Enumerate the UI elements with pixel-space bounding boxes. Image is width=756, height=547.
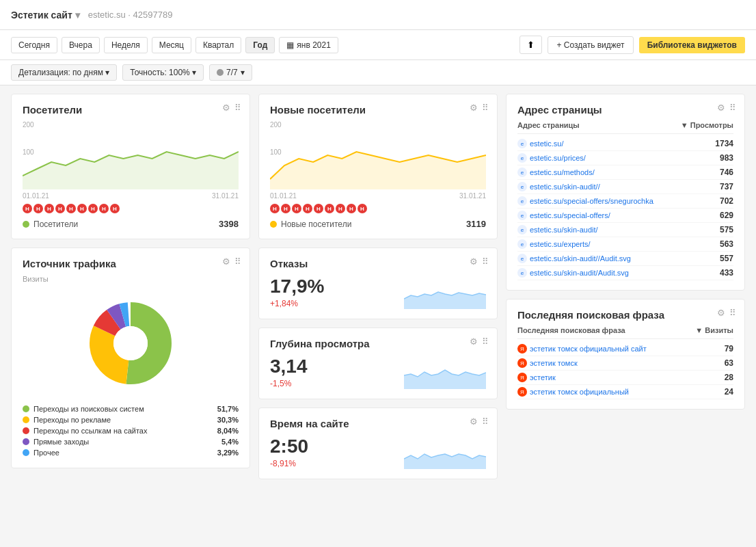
gear-icon[interactable]: ⚙ [222,256,230,267]
period-year[interactable]: Год [245,37,275,53]
site-name-label: Эстетик сайт [11,10,72,21]
donut-chart [76,289,185,398]
bounce-actions[interactable]: ⚙ ⠿ [470,256,489,267]
grid-icon[interactable]: ⠿ [482,336,489,347]
date-picker-button[interactable]: ▦ янв 2021 [279,37,338,53]
address-url-6[interactable]: e estetic.su/skin-audit/ [517,225,598,235]
time-value: 2:50 [270,436,308,457]
grid-icon[interactable]: ⠿ [482,416,489,427]
search-row-1: Я эстетик томск 63 [517,356,733,371]
visitors-markers: Н Н Н Н Н Н Н Н Н [23,204,239,213]
period-today[interactable]: Сегодня [11,37,57,53]
nv-legend-dot [270,221,277,228]
gear-icon[interactable]: ⚙ [717,308,725,318]
counter-select[interactable]: 7/7 ▾ [209,64,252,81]
visitors-legend: Посетители 3398 [23,219,239,229]
gear-icon[interactable]: ⚙ [470,336,478,347]
address-url-5[interactable]: e estetic.su/special-offers/ [517,211,610,220]
grid-icon[interactable]: ⠿ [234,256,241,267]
traffic-source-actions[interactable]: ⚙ ⠿ [222,256,241,267]
time-stat: 2:50 -8,91% [270,435,486,469]
bounce-chart [404,275,486,309]
svg-point-5 [113,326,148,360]
search-phrase-table-header: Последняя поисковая фраза ▼ Визиты [517,326,733,339]
visitors-value: 3398 [219,219,239,229]
nv-y-label-100: 100 [270,148,282,156]
gear-icon[interactable]: ⚙ [717,103,725,113]
depth-title: Глубина просмотра [270,338,486,349]
gear-icon[interactable]: ⚙ [470,416,478,427]
period-yesterday[interactable]: Вчера [62,37,100,53]
address-url-7[interactable]: e estetic.su/experts/ [517,239,591,249]
chevron-down-icon: ▾ [241,68,245,77]
period-month[interactable]: Месяц [152,37,191,53]
address-url-4[interactable]: e estetic.su/special-offers/snegurochka.… [517,196,654,206]
traffic-dot-2 [23,427,29,434]
search-phrase-actions[interactable]: ⚙ ⠿ [717,308,736,318]
gear-icon[interactable]: ⚙ [222,103,230,113]
grid-icon[interactable]: ⠿ [729,308,736,318]
bounce-widget: Отказы ⚙ ⠿ 17,9% +1,84% [258,248,498,319]
visitors-chart: 200 100 [23,121,239,189]
date-icon: ▦ [286,40,294,50]
grid-icon[interactable]: ⠿ [482,103,489,113]
address-url-0[interactable]: e estetic.su/ [517,139,564,148]
gear-icon[interactable]: ⚙ [470,256,478,267]
search-phrase-3[interactable]: Я эстетик томск официальный [517,387,629,397]
visitors-svg [23,121,239,189]
nv-date-range: 01.01.21 31.01.21 [270,192,486,200]
marker-6: Н [77,204,87,213]
search-phrase-1[interactable]: Я эстетик томск [517,358,578,368]
marker-4: Н [55,204,65,213]
depth-stat: 3,14 -1,5% [270,355,486,389]
traffic-dot-3 [23,438,29,445]
address-row-1: e estetic.su/prices/ 983 [517,151,733,165]
url-icon-3: e [517,182,527,191]
address-url-9[interactable]: e estetic.su/skin-audit/Audit.svg [517,268,629,278]
address-url-1[interactable]: e estetic.su/prices/ [517,153,586,163]
traffic-dot-4 [23,449,29,456]
middle-column: Новые посетители ⚙ ⠿ 200 100 01.01.21 31… [258,94,498,479]
export-button[interactable]: ⬆ [519,36,542,54]
yandex-icon-1: Я [517,358,527,368]
address-actions[interactable]: ⚙ ⠿ [717,103,736,113]
grid-icon[interactable]: ⠿ [234,103,241,113]
library-button[interactable]: Библиотека виджетов [639,37,745,53]
accuracy-select[interactable]: Точность: 100% ▾ [122,64,204,81]
time-change: -8,91% [270,459,308,468]
chevron-down-icon: ▾ [105,68,109,77]
search-phrase-0[interactable]: Я эстетик томск официальный сайт [517,344,647,353]
address-url-3[interactable]: e estetic.su/skin-audit// [517,182,600,191]
traffic-dot-1 [23,416,29,423]
nv-legend-item: Новые посетители [270,219,351,229]
visitors-title: Посетители [23,104,239,116]
gear-icon[interactable]: ⚙ [470,103,478,113]
traffic-source-subtitle: Визиты [23,275,239,283]
address-url-2[interactable]: e estetic.su/methods/ [517,168,595,177]
url-icon-4: e [517,196,527,206]
bounce-change: +1,84% [270,299,324,308]
depth-widget: Глубина просмотра ⚙ ⠿ 3,14 -1,5% [258,328,498,399]
nv-markers: Н Н Н Н Н Н Н Н Н [270,204,486,213]
url-icon-0: e [517,139,527,148]
url-icon-9: e [517,268,527,278]
create-widget-button[interactable]: + Создать виджет [548,36,633,54]
left-column: Посетители ⚙ ⠿ 200 100 01.01.21 31.01.21… [11,94,250,479]
visitors-actions[interactable]: ⚙ ⠿ [222,103,241,113]
address-url-8[interactable]: e estetic.su/skin-audit//Audit.svg [517,254,631,263]
grid-icon[interactable]: ⠿ [482,256,489,267]
site-title[interactable]: Эстетик сайт ▾ [11,10,80,21]
address-widget: Адрес страницы ⚙ ⠿ Адрес страницы ▼ Прос… [506,94,745,291]
grid-icon[interactable]: ⠿ [729,103,736,113]
nv-marker-3: Н [292,204,301,213]
period-week[interactable]: Неделя [104,37,148,53]
bounce-value: 17,9% [270,276,324,297]
new-visitors-actions[interactable]: ⚙ ⠿ [470,103,489,113]
traffic-legend-0: Переходы из поисковых систем 51,7% [23,403,239,414]
depth-actions[interactable]: ⚙ ⠿ [470,336,489,347]
time-actions[interactable]: ⚙ ⠿ [470,416,489,427]
detail-select[interactable]: Детализация: по дням ▾ [11,64,117,81]
search-phrase-2[interactable]: Я эстетик [517,373,556,382]
period-quarter[interactable]: Квартал [195,37,241,53]
toolbar-left: Сегодня Вчера Неделя Месяц Квартал Год ▦… [11,37,338,53]
